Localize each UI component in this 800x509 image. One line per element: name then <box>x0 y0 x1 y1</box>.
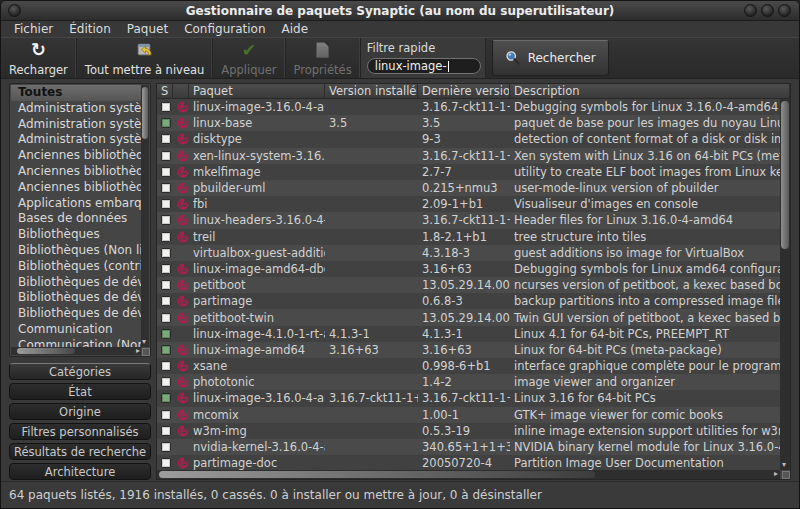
category-horizontal-scrollbar[interactable]: ▸ <box>11 347 141 355</box>
category-item[interactable]: Bibliothèques de développe <box>11 290 141 306</box>
category-item[interactable]: Applications embarquées <box>11 196 141 212</box>
table-row[interactable]: disktype9-3detection of content format o… <box>157 131 780 147</box>
column-header-S[interactable]: S <box>157 84 173 98</box>
package-checkbox[interactable] <box>161 280 171 290</box>
package-checkbox[interactable] <box>161 215 171 225</box>
package-checkbox[interactable] <box>161 134 171 144</box>
package-checkbox[interactable] <box>161 329 171 339</box>
apply-button[interactable]: ✔ Appliquer <box>213 38 285 78</box>
table-row[interactable]: petitboot-twin13.05.29.14.00-g4Twin GUI … <box>157 309 780 325</box>
menu-item-2[interactable]: Paquet <box>120 21 175 37</box>
menu-item-4[interactable]: Aide <box>275 21 316 37</box>
package-checkbox[interactable] <box>161 102 171 112</box>
column-header-Paquet[interactable]: Paquet <box>189 84 325 98</box>
table-row[interactable]: fbi2.09-1+b1Visualiseur d'images en cons… <box>157 196 780 212</box>
table-row[interactable]: linux-image-amd643.16+633.16+63Linux for… <box>157 342 780 358</box>
category-item[interactable]: Communication <box>11 322 141 338</box>
package-checkbox[interactable] <box>161 377 171 387</box>
category-item[interactable]: Bibliothèques de développe <box>11 306 141 322</box>
properties-button[interactable]: Propriétés <box>286 38 361 78</box>
close-button[interactable] <box>778 4 791 17</box>
category-item[interactable]: Administration système (No <box>11 117 141 133</box>
titlebar[interactable]: Gestionnaire de paquets Synaptic (au nom… <box>1 1 799 21</box>
category-item[interactable]: Anciennes bibliothèques (cc <box>11 180 141 196</box>
column-header-Version installée[interactable]: Version installée <box>325 84 418 98</box>
table-row[interactable]: mkelfimage2.7-7utility to create ELF boo… <box>157 164 780 180</box>
package-checkbox[interactable] <box>161 183 171 193</box>
package-checkbox[interactable] <box>161 264 171 274</box>
package-checkbox[interactable] <box>161 296 171 306</box>
scroll-right-icon[interactable]: ▸ <box>774 470 778 478</box>
package-checkbox[interactable] <box>161 313 171 323</box>
category-item[interactable]: Toutes <box>11 85 141 101</box>
package-checkbox[interactable] <box>161 151 171 161</box>
table-row[interactable]: petitboot13.05.29.14.00-g4ncurses versio… <box>157 277 780 293</box>
reload-button[interactable]: ↻ Recharger <box>1 38 77 78</box>
scrollbar-thumb[interactable] <box>159 471 595 478</box>
scroll-down-icon[interactable]: ▾ <box>782 461 786 469</box>
table-row[interactable]: xsane0.998-6+b1interface graphique compl… <box>157 358 780 374</box>
menu-item-3[interactable]: Configuration <box>177 21 272 37</box>
table-row[interactable]: phototonic1.4-2image viewer and organize… <box>157 374 780 390</box>
package-checkbox[interactable] <box>161 232 171 242</box>
package-checkbox[interactable] <box>161 167 171 177</box>
package-checkbox[interactable] <box>161 426 171 436</box>
category-item[interactable]: Bibliothèques de développe <box>11 275 141 291</box>
package-checkbox[interactable] <box>161 199 171 209</box>
column-header-Description[interactable]: Description <box>510 84 790 98</box>
scrollbar-thumb[interactable] <box>142 87 148 139</box>
table-horizontal-scrollbar[interactable]: ▸ <box>157 470 780 479</box>
table-row[interactable]: mcomix1.00-1GTK+ image viewer for comic … <box>157 407 780 423</box>
sidebar-button-resultats-de-recherche[interactable]: Résultats de recherche <box>9 443 151 460</box>
table-row[interactable]: pbuilder-uml0.215+nmu3user-mode-linux ve… <box>157 180 780 196</box>
sidebar-button-filtres-personnalises[interactable]: Filtres personnalisés <box>9 423 151 440</box>
scrollbar-thumb[interactable] <box>17 348 75 354</box>
sidebar-button-categories[interactable]: Catégories <box>9 363 151 380</box>
category-item[interactable]: Communication (Non libre) <box>11 338 141 347</box>
scroll-right-icon[interactable]: ▸ <box>136 347 140 355</box>
sidebar-button-architecture[interactable]: Architecture <box>9 463 151 480</box>
search-button[interactable]: Rechercher <box>492 40 609 76</box>
package-checkbox[interactable] <box>161 442 171 452</box>
category-item[interactable]: Administration système <box>11 101 141 117</box>
package-checkbox[interactable] <box>161 118 171 128</box>
column-header-icon[interactable] <box>173 84 189 98</box>
table-row[interactable]: xen-linux-system-3.16.0-4-am3.16.7-ckt11… <box>157 148 780 164</box>
table-row[interactable]: partimage0.6.8-3backup partitions into a… <box>157 293 780 309</box>
scroll-down-icon[interactable]: ▾ <box>142 338 146 346</box>
menu-item-0[interactable]: Fichier <box>7 21 60 37</box>
table-row[interactable]: w3m-img0.5.3-19inline image extension su… <box>157 423 780 439</box>
minimize-button[interactable] <box>744 4 757 17</box>
category-item[interactable]: Bases de données <box>11 211 141 227</box>
package-checkbox[interactable] <box>161 410 171 420</box>
category-vertical-scrollbar[interactable]: ▾ <box>141 85 149 347</box>
category-item[interactable]: Bibliothèques <box>11 227 141 243</box>
upgrade-all-button[interactable]: Tout mettre à niveau <box>77 38 213 78</box>
table-row[interactable]: virtualbox-guest-additions-iso4.3.18-3gu… <box>157 245 780 261</box>
category-item[interactable]: Anciennes bibliothèques <box>11 148 141 164</box>
package-checkbox[interactable] <box>161 393 171 403</box>
table-row[interactable]: linux-image-3.16.0-4-amd643.16.7-ckt11-1… <box>157 390 780 406</box>
table-row[interactable]: nvidia-kernel-3.16.0-4-amd64340.65+1+1+3… <box>157 439 780 455</box>
table-row[interactable]: partimage-doc20050720-4Partition Image U… <box>157 455 780 470</box>
package-checkbox[interactable] <box>161 361 171 371</box>
package-checkbox[interactable] <box>161 458 171 468</box>
table-row[interactable]: linux-image-4.1.0-1-rt-amd644.1.3-14.1.3… <box>157 326 780 342</box>
table-vertical-scrollbar[interactable]: ▾ <box>780 99 790 470</box>
table-row[interactable]: linux-headers-3.16.0-4-amd643.16.7-ckt11… <box>157 212 780 228</box>
category-item[interactable]: Bibliothèques (Non libre) <box>11 243 141 259</box>
maximize-button[interactable] <box>761 4 774 17</box>
package-checkbox[interactable] <box>161 345 171 355</box>
scrollbar-thumb[interactable] <box>781 101 789 249</box>
table-row[interactable]: treil1.8-2.1+b1tree structure into tiles <box>157 229 780 245</box>
window-menu-button[interactable] <box>8 4 21 17</box>
quick-filter-input[interactable]: linux-image- <box>367 58 481 74</box>
package-checkbox[interactable] <box>161 248 171 258</box>
category-item[interactable]: Administration système (co <box>11 132 141 148</box>
sidebar-button-origine[interactable]: Origine <box>9 403 151 420</box>
table-row[interactable]: linux-base3.53.5paquet de base pour les … <box>157 115 780 131</box>
category-item[interactable]: Anciennes bibliothèques (N <box>11 164 141 180</box>
table-row[interactable]: linux-image-amd64-dbg3.16+63Debugging sy… <box>157 261 780 277</box>
table-row[interactable]: linux-image-3.16.0-4-amd64-d3.16.7-ckt11… <box>157 99 780 115</box>
menu-item-1[interactable]: Édition <box>62 21 118 37</box>
